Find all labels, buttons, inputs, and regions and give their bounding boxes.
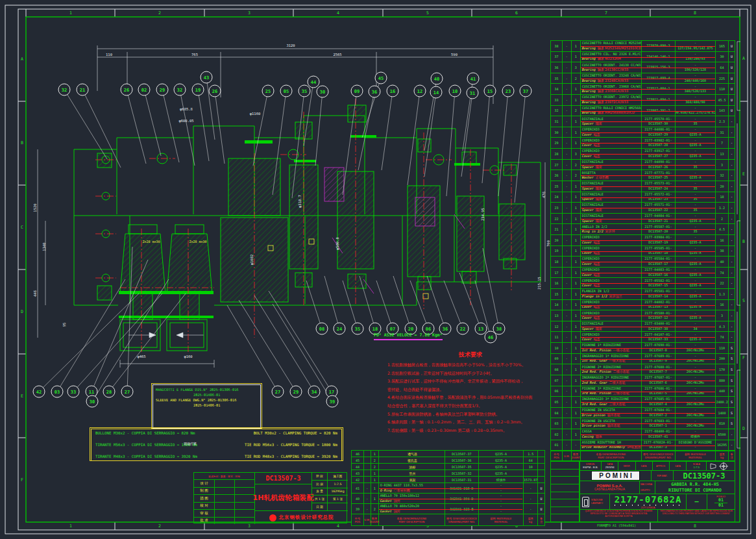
parts2-row[interactable]: 41 - 1 O-RING 4437 118.7x3.55 O-Ring 〇形密… — [352, 483, 544, 494]
parts-row[interactable]: 38 - 1 CUSCINETTO RULLI CONICI M252349/M… — [551, 41, 735, 52]
parts-row[interactable]: 33 - 1 CUSCINETTO ORIENT. 23972 CA/W33 B… — [551, 95, 735, 106]
part-balloon[interactable]: 44 — [308, 76, 320, 88]
part-name-it: PIGNONE 2ª RIDUZIONE — [582, 365, 641, 370]
parts-row[interactable]: 04 - 1 PIGNONE IN USCITA Drive pinion 输出… — [551, 408, 735, 419]
parts-row[interactable]: 25 - 1 DISTANZIALE Spacer 隔套 2177-05573-… — [551, 181, 735, 192]
parts-row[interactable]: 34 - 1 CUSCINETTO ORIENT. 23068 CA/W33 B… — [551, 84, 735, 95]
site-note: 现场拧紧 — [184, 442, 197, 445]
part-balloon[interactable]: 12 — [414, 85, 426, 97]
part-balloon[interactable]: 02 — [138, 84, 151, 96]
parts-row[interactable]: 03 - 1 PIGNONE IN USCITA Drive pinion 输出… — [551, 418, 735, 429]
part-balloon[interactable]: 30 — [86, 395, 99, 408]
parts2-row[interactable]: 46 1 通气器 DC13507-37 Q235-A 1.5 — [352, 451, 544, 457]
part-balloon[interactable]: 29 — [156, 84, 169, 96]
parts-row[interactable]: 16 - 1 COPERCHIO Cover 端盖 2177-05582-01-… — [551, 278, 735, 289]
parts-row[interactable]: 37 - 1 CUSCINETTO CIL. NU 2326 E.M1/C3 B… — [551, 52, 735, 63]
part-balloon[interactable]: 22 — [457, 323, 469, 335]
parts-row[interactable]: 06 - 1 PIGNONE 3ª RIDUZIONE 3rd Red. Pin… — [551, 386, 735, 397]
torque-row: TIRANTE M56x3 - COPPIA DI SERRAGGIO = 18… — [95, 443, 337, 447]
parts-row[interactable]: 35 - 2 CUSCINETTO ORIENT. 23248 CA/W33 B… — [551, 73, 735, 84]
parts-row[interactable]: 13 - 1 COPERCHIO Cover 端盖 2177-05580-01-… — [551, 310, 735, 321]
cn-meta-row: 共 1 张第 1 张 — [312, 495, 348, 503]
zone-number-top: 2 — [158, 10, 161, 16]
part-balloon[interactable]: 14 — [430, 86, 443, 99]
parts-row[interactable]: 27 - 2 DISTANZIALE Spacer 隔套 2177-04090-… — [551, 160, 735, 171]
part-balloon[interactable]: 19 — [192, 84, 204, 96]
parts2-row[interactable]: 42 1 底架 DC13507-31 焊接件 1573.87 — [352, 477, 544, 483]
parts-row[interactable]: 10 - 1 PIGNONE 1ª RIDUZIONE 1st Red. Pin… — [551, 343, 735, 354]
part-balloon[interactable]: 27 — [272, 386, 284, 398]
part-balloon[interactable]: 34 — [308, 386, 321, 398]
part-balloon[interactable]: 27 — [121, 386, 134, 398]
dimension-label: 590 — [451, 53, 457, 56]
part-balloon[interactable]: 05 — [280, 85, 293, 97]
parts-row[interactable]: 07 - 1 INGRANAGGIO 2ª RIDUZIONE 2nd Red.… — [551, 375, 735, 386]
part-balloon[interactable]: 31 — [467, 87, 479, 99]
technical-notes: 技术要求 1.齿轮副接触斑点检查，齿面接触率沿齿高不小于50%，沿齿长不小于70… — [387, 351, 554, 434]
part-balloon[interactable]: 08 — [316, 323, 328, 335]
parts2-row[interactable]: 45 2 视孔盖 DC13507-36 Q235-A 64 — [352, 457, 544, 464]
part-weight: 40 — [716, 257, 729, 267]
part-balloon[interactable]: 35 — [352, 323, 364, 335]
parts-row[interactable]: 20 - 1 COPERCHIO Cover 端盖 2177-03984-01-… — [551, 235, 735, 246]
cad-sheet: 12345678 12345678 ABCDEF AEBSFD 32212602… — [0, 0, 756, 539]
parts-row[interactable]: 14 - 1 COPERCHIO Cover 端盖 2177-04082-01-… — [551, 300, 735, 311]
parts2-row[interactable]: 44 2 油标 DC13507-35 Q235-A 10 — [352, 464, 544, 470]
parts-row[interactable]: 29 - 1 COPERCHIO Cover 端盖 2177-03982-01-… — [551, 138, 735, 149]
part-balloon[interactable]: 43 — [201, 71, 213, 84]
parts-row[interactable]: 05 - 1 INGRANAGGIO 3ª RIDUZIONE 3rd Red.… — [551, 397, 735, 408]
parts-row[interactable]: 15 - 1 FLANGIA IN 1/2 Flange in 1/2 对开法兰… — [551, 289, 735, 300]
parts-row[interactable]: 02 - 1 CASSA Casing 箱体 2177-08400-01-DC1… — [551, 429, 735, 440]
part-balloon[interactable]: 25 — [262, 85, 274, 97]
part-balloon[interactable]: 41 — [467, 73, 480, 85]
parts-row[interactable]: 26 - 2 ROSETTA Washer 止动垫圈 2177-07771-01… — [551, 170, 735, 181]
part-balloon[interactable]: 16 — [387, 85, 399, 97]
parts-row[interactable]: 31 - 1 DISTANZIALE Spacer 隔套 2177-05570-… — [551, 116, 735, 127]
part-balloon[interactable]: 35 — [299, 85, 311, 97]
part-balloon[interactable]: 15 — [484, 85, 496, 97]
parts-row[interactable]: 08 - 1 PIGNONE 2ª RIDUZIONE 2nd Red. Pin… — [551, 364, 735, 375]
part-balloon[interactable]: 39 — [326, 395, 339, 408]
part-balloon[interactable]: 26 — [121, 84, 133, 96]
parts-row[interactable]: 32 - 2 CUSCINETTO RULLI CONICI HM256849/… — [551, 106, 735, 117]
part-balloon[interactable]: 32 — [58, 84, 71, 96]
part-balloon[interactable]: 33 — [67, 386, 80, 398]
zone-number-top: 5 — [426, 10, 429, 16]
part-balloon[interactable]: 40 — [431, 73, 443, 85]
part-balloon[interactable]: 30 — [317, 86, 329, 98]
parts-row[interactable]: 18 - 1 COPERCHIO Cover 端盖 2177-05584-01-… — [551, 257, 735, 268]
parts-row[interactable]: 28 - 3 COPERCHIO Cover 端盖 2177-03917-01-… — [551, 149, 735, 160]
part-balloon[interactable]: 09 — [351, 85, 363, 97]
parts2-row[interactable]: 39 - 2 ANELLO 70 460x520x20 Gasket 油封 34… — [352, 504, 544, 514]
parts-row[interactable]: 11 - 1 COPERCHIO Cover 端盖 2177-04107-01-… — [551, 332, 735, 343]
revision-line — [581, 229, 715, 230]
parts-row[interactable]: 24 - 1 DISTANZIALE Spacer 隔套 2177-05572-… — [551, 192, 735, 203]
parts-row[interactable]: 21 - 1 ANELLO IN 2/2 Ring in 2/2 对开环 217… — [551, 224, 735, 235]
parts-row[interactable]: 22 - 1 DISTANZIALE Spacer 隔套 2177-04084-… — [551, 214, 735, 225]
part-balloon[interactable]: 24 — [334, 323, 346, 335]
part-balloon[interactable]: 37 — [520, 85, 532, 97]
part-balloon[interactable]: 46 — [485, 331, 497, 344]
stand-icon — [582, 497, 589, 507]
part-balloon[interactable]: 10 — [449, 85, 461, 97]
parts-row[interactable]: 30 - 1 COPERCHIO Cover 端盖 2177-04086-01-… — [551, 127, 735, 138]
part-balloon[interactable]: 36 — [369, 86, 381, 98]
parts-row[interactable]: 36 - 3 CUSCINETTO ORIENT. 24138 CC/W33-C… — [551, 62, 735, 73]
parts-row[interactable]: 09 - 1 INGRANAGGIO 1ª RIDUZIONE 1st Red.… — [551, 354, 735, 365]
parts-row[interactable]: 12 - 1 DISTANZIALE Spacer 隔套 2177-03400-… — [551, 321, 735, 332]
part-balloon[interactable]: 23 — [502, 85, 515, 97]
part-balloon[interactable]: 21 — [77, 84, 89, 96]
part-balloon[interactable]: 26 — [209, 85, 221, 97]
parts-row[interactable]: 01 - - ASSIEME RIDUTTORE 1H Drive Reduce… — [551, 440, 735, 451]
part-balloon[interactable]: 45 — [375, 72, 387, 84]
part-balloon[interactable]: 32 — [174, 84, 186, 96]
parts-row[interactable]: 17 - 1 COPERCHIO Cover 端盖 2177-04083-01-… — [551, 268, 735, 279]
parts-row[interactable]: 23 - 1 DISTANZIALE Spacer 隔套 2177-05571-… — [551, 203, 735, 214]
parts2-row[interactable]: 40 - 1 ANELLO 70 150x180x12 Gasket 油封 34… — [352, 494, 544, 504]
part-balloon[interactable]: 28 — [103, 386, 116, 398]
part-balloon[interactable]: 03 — [51, 386, 64, 398]
parts2-row[interactable]: 43 1 垫片 DC13507-32 Q235-A — [352, 470, 544, 477]
part-balloon[interactable]: 29 — [290, 386, 302, 398]
parts-row[interactable]: 19 - 1 COPERCHIO Cover 端盖 2177-05585-01-… — [551, 246, 735, 257]
part-balloon[interactable]: 42 — [33, 386, 45, 398]
